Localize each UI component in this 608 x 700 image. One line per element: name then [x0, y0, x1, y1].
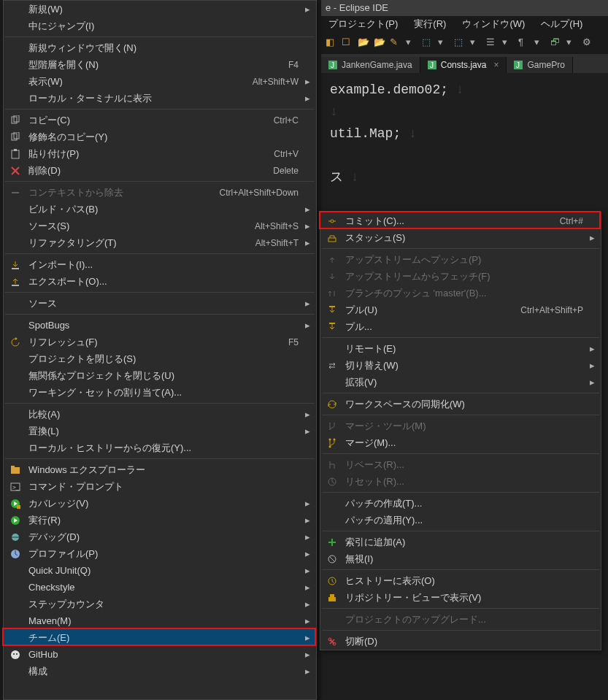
tab-consts[interactable]: J Consts.java × [420, 57, 507, 73]
toolbar-icon-2[interactable]: ☐ [342, 36, 355, 50]
context-menu-item[interactable]: 中にジャンプ(I) [4, 18, 316, 34]
team-submenu-item[interactable]: 切り替え(W)▸ [320, 357, 601, 374]
context-menu-item[interactable]: 表示(W)Alt+Shift+W▸ [4, 73, 316, 90]
context-menu-item[interactable]: 型階層を開く(N)F4 [4, 56, 316, 73]
delete-icon [9, 165, 21, 177]
toolbar-icon-17[interactable]: ⚙ [582, 36, 596, 50]
toolbar-icon-16[interactable]: ▾ [566, 36, 580, 50]
menu-item-label: 比較(A) [28, 408, 310, 421]
team-submenu-item[interactable]: マージ(M)... [320, 434, 601, 451]
context-menu-item[interactable]: エクスポート(O)... [4, 273, 316, 290]
menu-item-label: 拡張(V) [345, 376, 595, 389]
title-text: e - Eclipse IDE [326, 2, 388, 13]
switch-icon [326, 360, 338, 372]
context-menu-item[interactable]: ローカル・ヒストリーからの復元(Y)... [4, 439, 316, 456]
svg-line-43 [329, 556, 335, 562]
context-menu-item[interactable]: 削除(D)Delete [4, 162, 316, 179]
svg-point-29 [11, 650, 20, 659]
team-submenu-item[interactable]: パッチの適用(Y)... [320, 512, 601, 528]
context-menu-item[interactable]: チーム(E)▸ [4, 629, 316, 646]
team-submenu-item[interactable]: スタッシュ(S)▸ [320, 229, 601, 246]
team-submenu-item[interactable]: ワークスペースの同期化(W) [320, 396, 601, 412]
context-menu-item[interactable]: GitHub▸ [4, 646, 316, 663]
toolbar-icon-7[interactable]: ⬚ [422, 36, 435, 50]
toolbar-icon-3[interactable]: 📂 [358, 36, 371, 50]
context-menu-item[interactable]: >_コマンド・プロンプト [4, 478, 316, 495]
context-menu-item[interactable]: ワーキング・セットの割り当て(A)... [4, 384, 316, 401]
context-menu-item[interactable]: 新規(W)▸ [4, 1, 316, 18]
toolbar-icon-5[interactable]: ✎ [390, 36, 403, 50]
context-menu-item[interactable]: Maven(M)▸ [4, 612, 316, 629]
toolbar-icon-14[interactable]: ▾ [534, 36, 547, 50]
export-icon [9, 276, 21, 288]
context-menu-item[interactable]: Checkstyle▸ [4, 579, 316, 596]
context-menu-item[interactable]: ビルド・パス(B)▸ [4, 201, 316, 218]
context-menu-item[interactable]: ソース(S)Alt+Shift+S▸ [4, 218, 316, 234]
menu-item-label: コンテキストから除去 [28, 186, 220, 199]
menubar-item-project[interactable]: プロジェクト(P) [321, 16, 405, 32]
context-menu-item[interactable]: インポート(I)... [4, 256, 316, 273]
context-menu-item[interactable]: プロジェクトを閉じる(S) [4, 350, 316, 367]
svg-text:J: J [430, 61, 434, 69]
toolbar-icon-6[interactable]: ▾ [406, 36, 419, 50]
context-menu-item[interactable]: Windows エクスプローラー [4, 461, 316, 478]
context-menu-item[interactable]: カバレッジ(V)▸ [4, 495, 316, 512]
context-menu-item[interactable]: ソース▸ [4, 295, 316, 312]
context-menu-item[interactable]: プロファイル(P)▸ [4, 545, 316, 562]
team-submenu-item[interactable]: リモート(E)▸ [320, 340, 601, 357]
context-menu-item[interactable]: 構成▸ [4, 663, 316, 680]
toolbar-icon-15[interactable]: 🗗 [550, 36, 563, 50]
context-menu-item[interactable]: 貼り付け(P)Ctrl+V [4, 145, 316, 162]
svg-rect-16 [12, 285, 19, 286]
menu-separator [322, 608, 599, 609]
context-menu-item[interactable]: SpotBugs▸ [4, 317, 316, 334]
menu-item-label: Windows エクスプローラー [28, 464, 310, 477]
copy-icon [9, 131, 21, 143]
team-submenu-item[interactable]: リポジトリー・ビューで表示(V) [320, 589, 601, 606]
tab-janken[interactable]: J JankenGame.java [321, 57, 420, 73]
team-submenu-item[interactable]: プル(U)Ctrl+Alt+Shift+P [320, 301, 601, 318]
team-submenu-item[interactable]: 索引に追加(A) [320, 534, 601, 550]
context-menu-item[interactable]: 置換(L)▸ [4, 423, 316, 439]
context-menu-item[interactable]: 無関係なプロジェクトを閉じる(U) [4, 367, 316, 384]
toolbar-icon-11[interactable]: ☰ [486, 36, 499, 50]
tab-gamepro[interactable]: J GamePro [507, 57, 572, 73]
context-menu-item[interactable]: 新規ウィンドウで開く(N) [4, 39, 316, 56]
team-submenu-item: リセット(R)... [320, 473, 601, 490]
close-icon[interactable]: × [493, 60, 499, 70]
context-menu-item[interactable]: 比較(A)▸ [4, 406, 316, 423]
team-submenu-item[interactable]: 無視(I) [320, 550, 601, 567]
toolbar-icon-4[interactable]: 📂 [374, 36, 387, 50]
toolbar-icon-1[interactable]: ◧ [326, 36, 339, 50]
whitespace-marker: ↓ [409, 126, 417, 141]
toolbar-icon-8[interactable]: ▾ [438, 36, 451, 50]
team-submenu-item: ブランチのプッシュ 'master'(B)... [320, 285, 601, 301]
context-menu-item[interactable]: 実行(R)▸ [4, 512, 316, 528]
menu-item-label: ワーキング・セットの割り当て(A)... [28, 386, 310, 399]
menubar-item-help[interactable]: ヘルプ(H) [534, 16, 590, 32]
team-submenu-item[interactable]: プル... [320, 318, 601, 335]
team-submenu-item[interactable]: コミット(C)...Ctrl+# [320, 212, 601, 229]
context-menu-item[interactable]: 修飾名のコピー(Y) [4, 128, 316, 145]
context-menu-item[interactable]: コピー(C)Ctrl+C [4, 112, 316, 128]
toolbar-icon-13[interactable]: ¶ [518, 36, 531, 50]
context-menu-item[interactable]: ローカル・ターミナルに表示▸ [4, 90, 316, 107]
toolbar-icon-10[interactable]: ▾ [470, 36, 483, 50]
context-menu-item[interactable]: Quick JUnit(Q)▸ [4, 562, 316, 579]
team-submenu-item[interactable]: 切断(D) [320, 633, 601, 650]
toolbar-icon-12[interactable]: ▾ [502, 36, 515, 50]
team-submenu-item[interactable]: 拡張(V)▸ [320, 374, 601, 391]
team-submenu-item[interactable]: ヒストリーに表示(O) [320, 572, 601, 589]
context-menu-item[interactable]: リファクタリング(T)Alt+Shift+T▸ [4, 234, 316, 251]
menubar-item-window[interactable]: ウィンドウ(W) [455, 16, 532, 32]
editor-tabbar: J JankenGame.java J Consts.java × J Game… [321, 54, 608, 73]
team-submenu-item[interactable]: パッチの作成(T)... [320, 495, 601, 512]
context-menu-item[interactable]: デバッグ(D)▸ [4, 528, 316, 545]
menubar-item-run[interactable]: 実行(R) [407, 16, 453, 32]
menu-item-label: 削除(D) [28, 164, 273, 177]
toolbar-icon-9[interactable]: ⬚ [454, 36, 467, 50]
context-menu-item[interactable]: リフレッシュ(F)F5 [4, 334, 316, 350]
menu-item-shortcut: Ctrl+Alt+Shift+P [520, 305, 595, 315]
context-menu-item[interactable]: ステップカウンタ▸ [4, 596, 316, 612]
svg-point-30 [13, 653, 15, 655]
